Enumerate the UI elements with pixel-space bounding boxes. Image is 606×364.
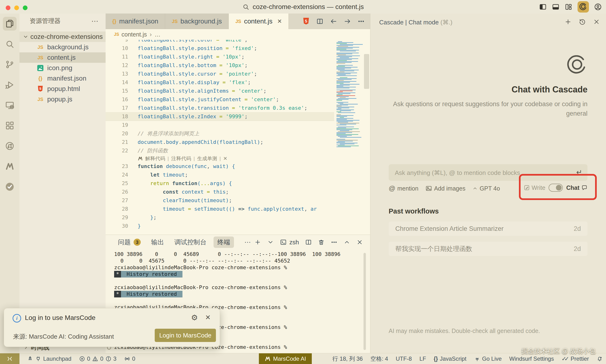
code-line-11[interactable]: 11floatingBall.style.right = '10px'; — [106, 52, 334, 61]
code-line-24[interactable]: 24 let timeout; — [106, 171, 334, 179]
code-line-30[interactable]: 30} — [106, 222, 334, 230]
panel-left-icon[interactable] — [539, 3, 547, 11]
activity-item-search[interactable] — [0, 34, 19, 54]
activity-item-marscode[interactable] — [0, 156, 19, 177]
close-icon[interactable]: ✕ — [205, 313, 211, 321]
activity-item-run-debug[interactable] — [0, 75, 19, 95]
code-line-14[interactable]: 14floatingBall.style.display = 'flex'; — [106, 78, 334, 87]
code-line-16[interactable]: 16floatingBall.style.justifyContent = 'c… — [106, 95, 334, 104]
explorer-file-content.js[interactable]: JScontent.js — [19, 52, 106, 63]
explorer-root-folder[interactable]: coze-chrome-extensions — [19, 31, 106, 42]
code-line-29[interactable]: 29 }; — [106, 213, 334, 222]
activity-item-extensions[interactable] — [0, 116, 19, 136]
status-windsurf-settings[interactable]: Windsurf Settings — [509, 355, 554, 362]
status-go-live[interactable]: Go Live — [474, 355, 502, 362]
mention-button[interactable]: @mention — [389, 185, 418, 192]
html-file-icon: 5 — [38, 86, 43, 92]
code-line-10[interactable]: 10floatingBall.style.position = 'fixed'; — [106, 44, 334, 52]
more-icon[interactable] — [358, 18, 365, 25]
gear-icon[interactable]: ⚙ — [191, 313, 198, 322]
code-line-12[interactable]: 12floatingBall.style.bottom = '10px'; — [106, 61, 334, 70]
status-lf[interactable]: LF — [419, 355, 426, 362]
plus-icon[interactable] — [565, 18, 572, 25]
panel-tab-问题[interactable]: 问题3 — [118, 238, 141, 247]
code-line-15[interactable]: 15floatingBall.style.alignItems = 'cente… — [106, 87, 334, 95]
add-images-button[interactable]: Add images — [426, 185, 465, 192]
editor-tab-content.js[interactable]: JScontent.js✕ — [229, 13, 289, 29]
activity-item-source-control[interactable] — [0, 54, 19, 75]
editor-tab-background.js[interactable]: JSbackground.js — [165, 13, 229, 29]
history-icon[interactable] — [579, 18, 586, 25]
panel-tab-⋯[interactable]: ⋯ — [244, 238, 251, 246]
arrow-left-icon[interactable] — [330, 18, 337, 25]
status-prettier[interactable]: ✓✓Prettier — [561, 355, 589, 362]
explorer-more-button[interactable]: ⋯ — [91, 17, 99, 25]
code-line-27[interactable]: 27 clearTimeout(timeout); — [106, 196, 334, 205]
explorer-file-icon.png[interactable]: icon.png — [19, 63, 106, 73]
codelens-actions[interactable]: 解释代码|注释代码|生成单测|✕ — [106, 155, 334, 162]
code-line-17[interactable]: 17floatingBall.style.transition = 'trans… — [106, 104, 334, 112]
chevron-up-icon[interactable] — [344, 239, 350, 246]
code-editor[interactable]: 9floatingBall.style.color = 'white';10fl… — [106, 40, 334, 234]
explorer-file-manifest.json[interactable]: {}manifest.json — [19, 73, 106, 84]
cascade-toggle-button[interactable] — [578, 1, 589, 13]
model-selector[interactable]: GPT 4o — [472, 185, 500, 192]
activity-item-remote-explorer[interactable] — [0, 95, 19, 116]
panel-tab-输出[interactable]: 输出 — [151, 238, 164, 247]
window-title-search[interactable]: coze-chrome-extensions — content.js — [0, 0, 606, 13]
arrow-right-icon[interactable] — [344, 18, 351, 25]
code-line-20[interactable]: 20// 将悬浮球添加到网页上 — [106, 130, 334, 138]
code-line-18[interactable]: 18floatingBall.style.zIndex = '9999'; — [106, 112, 334, 121]
panel-bottom-icon[interactable] — [552, 3, 560, 11]
status-行-18-列-36[interactable]: 行 18, 列 36 — [332, 355, 363, 363]
code-line-19[interactable]: 19 — [106, 121, 334, 130]
status-launchpad[interactable]: Launchpad — [27, 355, 71, 362]
status-javascript[interactable]: {}JavaScript — [434, 355, 467, 362]
activity-item-live-share[interactable] — [0, 136, 19, 156]
close-icon[interactable] — [593, 18, 600, 25]
layout-icon[interactable] — [565, 3, 572, 11]
explorer-file-background.js[interactable]: JSbackground.js — [19, 42, 106, 52]
code-line-13[interactable]: 13floatingBall.style.cursor = 'pointer'; — [106, 70, 334, 78]
account-icon[interactable] — [594, 3, 602, 11]
code-line-22[interactable]: 22// 防抖函数 — [106, 146, 334, 155]
code-line-25[interactable]: 25 return function(...args) { — [106, 179, 334, 188]
status-bell-icon[interactable] — [596, 356, 603, 362]
terminal-chip-icon[interactable] — [280, 239, 287, 246]
panel-tab-调试控制台[interactable]: 调试控制台 — [174, 238, 207, 247]
activity-item-tasks[interactable] — [0, 177, 19, 197]
plus-icon[interactable] — [254, 239, 261, 246]
close-tab-icon[interactable]: ✕ — [277, 18, 282, 25]
problems-status[interactable]: 003 — [79, 355, 116, 362]
split-editor-icon[interactable] — [316, 18, 323, 25]
explorer-file-popup.html[interactable]: 5popup.html — [19, 84, 106, 94]
activity-item-explorer[interactable] — [0, 13, 19, 34]
terminal-scrollbar[interactable] — [363, 253, 366, 350]
trash-icon[interactable] — [318, 239, 325, 246]
editor-tab-manifest.json[interactable]: {}manifest.json — [106, 13, 165, 29]
panel-tab-终端[interactable]: 终端 — [214, 236, 234, 248]
statusbar-marscode[interactable]: MarsCode AI — [259, 353, 312, 364]
status-utf-8[interactable]: UTF-8 — [396, 355, 412, 362]
code-line-9[interactable]: 9floatingBall.style.color = 'white'; — [106, 40, 334, 44]
workflow-card[interactable]: Chrome Extension Article Summarizer2d — [389, 221, 588, 236]
html5-icon[interactable]: 5 — [303, 18, 310, 25]
remote-indicator[interactable] — [0, 353, 19, 364]
code-line-28[interactable]: 28 timeout = setTimeout(() => func.apply… — [106, 205, 334, 213]
minimap[interactable] — [334, 40, 363, 234]
explorer-file-popup.js[interactable]: JSpopup.js — [19, 94, 106, 104]
status-空格-4[interactable]: 空格: 4 — [370, 355, 388, 363]
more-icon[interactable] — [331, 239, 337, 246]
workflow-card[interactable]: 帮我实现一个日期处理函数2d — [389, 242, 588, 256]
split-editor-icon[interactable] — [305, 239, 312, 246]
chevron-down-icon[interactable] — [267, 239, 274, 246]
login-marscode-button[interactable]: Login to MarsCode — [155, 329, 216, 342]
code-line-21[interactable]: 21document.body.appendChild(floatingBall… — [106, 138, 334, 146]
code-line-26[interactable]: 26 const context = this; — [106, 188, 334, 196]
close-icon[interactable] — [356, 239, 363, 246]
codelens-close[interactable]: ✕ — [223, 155, 227, 162]
status-0[interactable]: 0 — [124, 355, 135, 362]
editor-scrollbar[interactable] — [364, 54, 369, 89]
code-line-23[interactable]: 23function debounce(func, wait) { — [106, 162, 334, 171]
breadcrumb[interactable]: JS content.js › … — [106, 29, 370, 40]
